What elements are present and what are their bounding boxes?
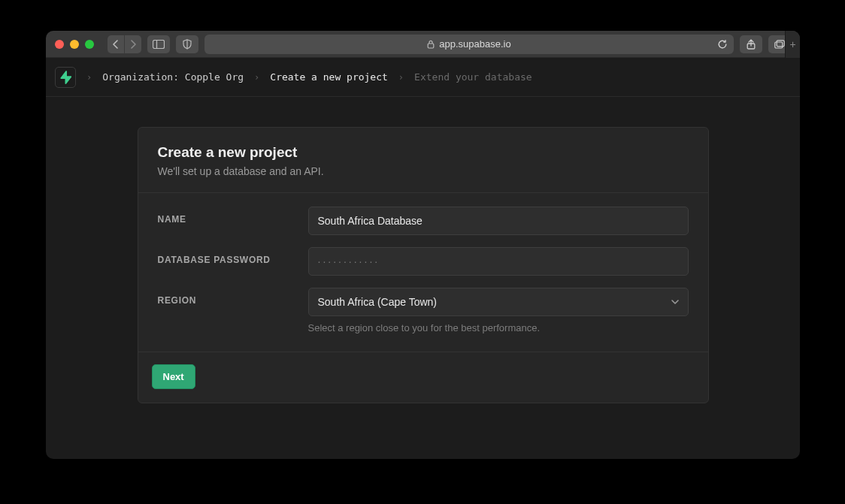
card-footer: Next xyxy=(138,352,708,403)
card-body: NAME DATABASE PASSWORD REGION xyxy=(138,193,708,352)
new-tab-button[interactable]: + xyxy=(785,31,800,58)
forward-button[interactable] xyxy=(124,35,141,53)
svg-rect-4 xyxy=(775,42,783,48)
password-label: DATABASE PASSWORD xyxy=(158,247,308,265)
project-name-input[interactable] xyxy=(308,207,689,235)
fullscreen-window-button[interactable] xyxy=(85,40,94,49)
main-content: Create a new project We'll set up a data… xyxy=(46,97,800,403)
nav-back-forward xyxy=(108,35,141,53)
close-window-button[interactable] xyxy=(55,40,64,49)
minimize-window-button[interactable] xyxy=(70,40,79,49)
breadcrumb-org[interactable]: Organization: Copple Org xyxy=(102,71,244,83)
browser-window: app.supabase.io + › Organization: Copple… xyxy=(46,31,800,459)
svg-rect-0 xyxy=(153,40,165,48)
address-bar[interactable]: app.supabase.io xyxy=(204,35,734,54)
database-password-input[interactable] xyxy=(308,247,689,276)
chevron-right-icon: › xyxy=(86,72,92,83)
name-label: NAME xyxy=(158,207,308,225)
chevron-right-icon: › xyxy=(398,72,404,83)
card-subtitle: We'll set up a database and an API. xyxy=(158,165,689,177)
breadcrumb-extend-db: Extend your database xyxy=(414,71,532,83)
back-button[interactable] xyxy=(108,35,124,53)
region-hint: Select a region close to you for the bes… xyxy=(308,322,689,333)
window-controls xyxy=(55,40,94,49)
chevron-right-icon: › xyxy=(254,72,259,83)
svg-rect-5 xyxy=(777,40,784,46)
lock-icon xyxy=(427,40,435,49)
card-title: Create a new project xyxy=(158,144,689,161)
sidebar-toggle-button[interactable] xyxy=(147,35,170,53)
next-button[interactable]: Next xyxy=(152,364,195,389)
region-select[interactable] xyxy=(308,288,689,316)
app-header: › Organization: Copple Org › Create a ne… xyxy=(46,58,800,97)
svg-rect-2 xyxy=(428,44,434,48)
address-bar-host: app.supabase.io xyxy=(439,38,510,50)
card-header: Create a new project We'll set up a data… xyxy=(138,128,708,193)
reload-button[interactable] xyxy=(717,39,728,50)
shield-button[interactable] xyxy=(176,35,198,53)
create-project-card: Create a new project We'll set up a data… xyxy=(138,127,709,403)
share-button[interactable] xyxy=(740,35,762,53)
region-label: REGION xyxy=(158,288,308,306)
browser-titlebar: app.supabase.io + xyxy=(46,31,800,58)
supabase-logo[interactable] xyxy=(55,67,76,88)
breadcrumb-create-project[interactable]: Create a new project xyxy=(270,71,388,83)
